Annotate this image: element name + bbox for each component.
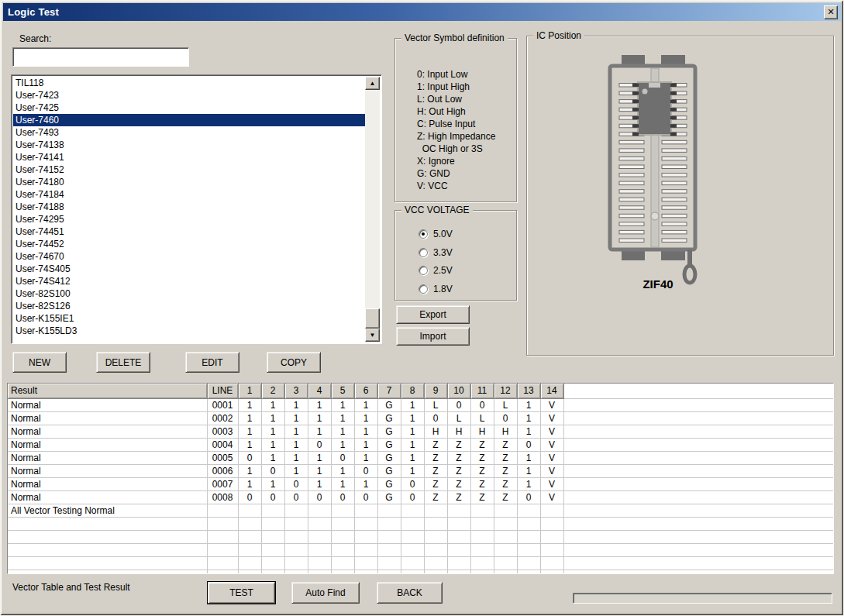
- table-row[interactable]: Normal0005011101G1ZZZZ1V: [8, 451, 833, 464]
- vector-cell: 1: [331, 464, 354, 477]
- list-item[interactable]: User-7493: [13, 126, 365, 139]
- table-row[interactable]: Normal0008000000G0ZZZZ0V: [8, 490, 833, 504]
- column-header-5[interactable]: 5: [331, 384, 354, 398]
- vector-cell: G: [377, 438, 401, 451]
- vector-cell: 1: [238, 477, 261, 490]
- vector-cell: Z: [470, 438, 494, 451]
- vcc-option-3.3V[interactable]: 3.3V: [419, 246, 453, 259]
- list-item[interactable]: User-K155IE1: [13, 312, 365, 325]
- list-item[interactable]: User-74141: [13, 151, 365, 163]
- table-row[interactable]: Normal0003111111G1HHHH1V: [8, 425, 833, 438]
- list-item[interactable]: User-74184: [13, 188, 365, 201]
- line-cell: 0002: [207, 411, 238, 425]
- search-input[interactable]: [12, 47, 189, 67]
- list-item[interactable]: User-74451: [13, 225, 365, 238]
- vcc-option-1.8V[interactable]: 1.8V: [419, 283, 453, 295]
- vector-table[interactable]: ResultLINE1234567891011121314Normal00011…: [8, 384, 833, 574]
- list-item[interactable]: User-74452: [13, 238, 365, 250]
- column-header-Result[interactable]: Result: [8, 384, 207, 398]
- vector-cell: 1: [284, 411, 308, 425]
- column-header-12[interactable]: 12: [494, 384, 517, 398]
- list-item[interactable]: User-74S412: [13, 275, 365, 287]
- list-item[interactable]: User-74152: [13, 163, 365, 176]
- symbol-line: X: Ignore: [417, 155, 513, 167]
- vcc-option-5.0V[interactable]: 5.0V: [419, 228, 453, 240]
- list-item[interactable]: User-74S405: [13, 263, 365, 275]
- table-row[interactable]: Normal0001111111G1L00L1V: [8, 398, 833, 411]
- column-header-11[interactable]: 11: [470, 384, 494, 398]
- copy-button[interactable]: COPY: [267, 352, 321, 373]
- table-row[interactable]: [8, 556, 833, 570]
- close-button[interactable]: ✕: [824, 5, 838, 19]
- vector-cell: Z: [447, 451, 470, 464]
- vector-cell: 1: [308, 398, 331, 411]
- list-item[interactable]: User-82S126: [13, 300, 365, 312]
- delete-button[interactable]: DELETE: [96, 352, 150, 373]
- column-header-2[interactable]: 2: [261, 384, 284, 398]
- scroll-down-button[interactable]: ▼: [365, 329, 380, 342]
- column-header-6[interactable]: 6: [354, 384, 377, 398]
- edit-button[interactable]: EDIT: [185, 352, 239, 373]
- export-button[interactable]: Export: [396, 305, 470, 324]
- result-cell: All Vector Testing Normal: [8, 504, 207, 517]
- table-row[interactable]: [8, 530, 833, 543]
- table-row[interactable]: Normal0002111111G10LL01V: [8, 411, 833, 425]
- table-row[interactable]: [8, 517, 833, 530]
- column-header-3[interactable]: 3: [284, 384, 308, 398]
- list-item[interactable]: User-74180: [13, 176, 365, 188]
- column-header-14[interactable]: 14: [540, 384, 563, 398]
- list-item[interactable]: TIL118: [13, 77, 365, 89]
- ic-chip-notch: [649, 83, 660, 88]
- table-row[interactable]: Normal0006101110G1ZZZZ1V: [8, 464, 833, 477]
- ic-listbox[interactable]: TIL118User-7423User-7425User-7460User-74…: [11, 74, 382, 344]
- list-item[interactable]: User-K155LD3: [13, 325, 365, 337]
- column-header-filler: [563, 384, 833, 398]
- column-header-8[interactable]: 8: [401, 384, 424, 398]
- vector-cell: [238, 530, 261, 543]
- list-scrollbar[interactable]: ▲ ▼: [365, 77, 380, 342]
- list-item[interactable]: User-7425: [13, 102, 365, 114]
- scroll-up-button[interactable]: ▲: [365, 77, 380, 90]
- vector-cell: [377, 517, 401, 530]
- column-header-10[interactable]: 10: [447, 384, 470, 398]
- table-row[interactable]: All Vector Testing Normal: [8, 504, 833, 517]
- test-button[interactable]: TEST: [208, 582, 275, 604]
- scrollbar-thumb[interactable]: [365, 308, 380, 329]
- column-header-LINE[interactable]: LINE: [207, 384, 238, 398]
- list-item[interactable]: User-7423: [13, 89, 365, 102]
- column-header-9[interactable]: 9: [424, 384, 447, 398]
- result-cell: Normal: [8, 438, 207, 451]
- column-header-1[interactable]: 1: [238, 384, 261, 398]
- filler-cell: [563, 398, 833, 411]
- vector-cell: 0: [401, 490, 424, 504]
- title-bar: Logic Test ✕: [3, 3, 841, 21]
- ic-position-title: IC Position: [533, 30, 584, 41]
- close-icon: ✕: [827, 8, 834, 16]
- column-header-13[interactable]: 13: [517, 384, 540, 398]
- list-item[interactable]: User-74295: [13, 213, 365, 225]
- back-button[interactable]: BACK: [377, 582, 443, 604]
- column-header-7[interactable]: 7: [377, 384, 401, 398]
- table-row[interactable]: [8, 543, 833, 556]
- table-row[interactable]: Normal0004111011G1ZZZZ0V: [8, 438, 833, 451]
- table-row[interactable]: Normal0007110111G0ZZZZ1V: [8, 477, 833, 490]
- table-row[interactable]: [8, 570, 833, 574]
- vector-cell: 1: [261, 425, 284, 438]
- auto-find-button[interactable]: Auto Find: [291, 582, 360, 604]
- import-button[interactable]: Import: [396, 327, 470, 346]
- vector-cell: [354, 517, 377, 530]
- vector-cell: Z: [424, 477, 447, 490]
- vcc-option-2.5V[interactable]: 2.5V: [419, 264, 453, 277]
- column-header-4[interactable]: 4: [308, 384, 331, 398]
- list-item[interactable]: User-82S100: [13, 287, 365, 300]
- list-item[interactable]: User-74138: [13, 139, 365, 151]
- list-item[interactable]: User-74188: [13, 201, 365, 213]
- vector-cell: 0: [308, 438, 331, 451]
- vector-cell: 1: [238, 464, 261, 477]
- list-item[interactable]: User-7460: [13, 114, 365, 126]
- filler-cell: [563, 425, 833, 438]
- vector-cell: 1: [401, 438, 424, 451]
- vector-cell: 0: [517, 438, 540, 451]
- list-item[interactable]: User-74670: [13, 250, 365, 263]
- new-button[interactable]: NEW: [12, 352, 67, 373]
